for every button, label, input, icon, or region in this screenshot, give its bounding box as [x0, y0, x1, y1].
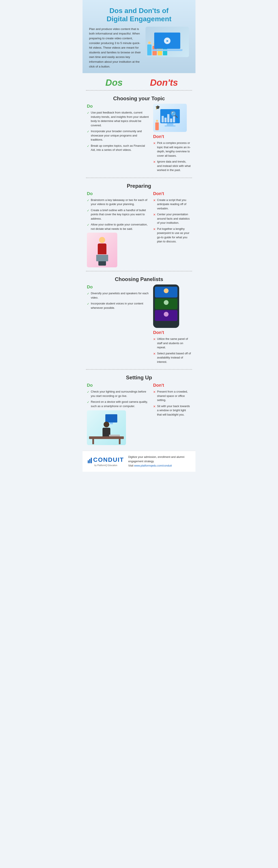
do-column-preparing: Do ✓ Brainstorm a key takeaway or two fo… — [87, 191, 150, 268]
footer-tagline: Digitize your admission, enrollment and … — [128, 456, 185, 463]
check-icon-prep-3: ✓ — [87, 223, 89, 227]
grad-icon: 🎓 — [155, 105, 160, 110]
x-icon-prep-1: ✕ — [153, 198, 156, 203]
section-title-preparing: Preparing — [83, 180, 195, 191]
phone-screen-2 — [155, 299, 177, 309]
check-icon-2: ✓ — [87, 129, 89, 134]
dos-label: Dos — [89, 78, 139, 88]
header-section: Dos and Don'ts of Digital Engagement Pla… — [83, 0, 195, 73]
do-column-topic: Do ✓ Use past feedback from students, cu… — [87, 104, 150, 174]
check-icon-prep-2: ✓ — [87, 208, 89, 213]
x-icon-setup-1: ✕ — [153, 390, 156, 394]
do-item-prep-3: ✓ Allow your outline to guide your conve… — [87, 222, 150, 231]
footer-logo-text: CONDUIT — [93, 456, 124, 463]
section-body-choosing-topic: Do ✓ Use past feedback from students, cu… — [83, 104, 195, 178]
do-item-topic-2: ✓ Incorporate your broader community and… — [87, 129, 150, 142]
section-preparing: Preparing Do ✓ Brainstorm a key takeaway… — [83, 178, 195, 272]
check-icon-prep-1: ✓ — [87, 198, 89, 203]
logo-bars-group: CONDUIT — [88, 456, 124, 463]
page: Dos and Don'ts of Digital Engagement Pla… — [83, 0, 195, 472]
donts-label: Don'ts — [139, 78, 189, 88]
dont-item-panel-1: ✕ Utilize the same panel of staff and st… — [153, 337, 191, 349]
dos-donts-labels: Dos Don'ts — [83, 73, 195, 90]
check-icon-setup-1: ✓ — [87, 390, 89, 394]
section-body-panelists: Do ✓ Diversify your panelists and speake… — [83, 284, 195, 369]
section-title-panelists: Choosing Panelists — [83, 274, 195, 284]
do-column-panelists: Do ✓ Diversify your panelists and speake… — [87, 284, 150, 366]
do-label-preparing: Do — [87, 191, 150, 196]
x-icon-topic-2: ✕ — [153, 160, 156, 164]
logo-bar-3 — [91, 458, 92, 463]
do-item-setup-2: ✓ Record on a device with good camera qu… — [87, 400, 150, 408]
section-setting-up: Setting Up Do ✓ Check your lighting and … — [83, 370, 195, 448]
check-icon-panel-2: ✓ — [87, 302, 89, 306]
footer-brand-sub: by PlatformQ Education — [94, 464, 117, 467]
dont-col-panelists: Don't ✕ Utilize the same panel of staff … — [153, 330, 191, 366]
section-title-choosing-topic: Choosing your Topic — [83, 93, 195, 104]
x-icon-topic-1: ✕ — [153, 141, 156, 146]
do-label-panelists: Do — [87, 284, 150, 289]
x-icon-prep-3: ✕ — [153, 227, 156, 231]
person-at-desk — [103, 422, 110, 436]
footer-logo-container: CONDUIT by PlatformQ Education — [88, 456, 124, 467]
phone-screen-3 — [155, 310, 177, 321]
prep-illustration-wrapper — [87, 232, 150, 267]
topic-illustration: 🔍 🎓 — [153, 104, 187, 132]
phone-illustration — [153, 284, 179, 328]
right-col-topic: 🔍 🎓 Don't ✕ Pick a complex proces — [153, 104, 191, 174]
do-item-prep-2: ✓ Create a brief outline with a handful … — [87, 208, 150, 221]
dont-item-topic-1: ✕ Pick a complex process or topic that w… — [153, 141, 191, 158]
do-item-panel-2: ✓ Incorporate student voices in your con… — [87, 302, 150, 310]
prep-illustration — [87, 232, 117, 267]
do-item-setup-1: ✓ Check your lighting and surroundings b… — [87, 390, 150, 398]
desk-monitor — [105, 414, 117, 423]
header-description: Plan and produce video content that is b… — [89, 27, 142, 69]
do-item-topic-3: ✓ Break up complex topics, such as Finan… — [87, 144, 150, 152]
check-icon-setup-2: ✓ — [87, 400, 89, 404]
footer-tagline-block: Digitize your admission, enrollment and … — [128, 455, 190, 468]
do-item-topic-1: ✓ Use past feedback from students, curre… — [87, 111, 150, 127]
check-icon-3: ✓ — [87, 144, 89, 148]
section-panelists: Choosing Panelists Do ✓ Diversify your p… — [83, 272, 195, 370]
page-title: Dos and Don'ts of Digital Engagement — [89, 6, 189, 23]
dont-label-preparing: Don't — [153, 191, 191, 196]
x-icon-setup-2: ✕ — [153, 404, 156, 409]
do-column-setting-up: Do ✓ Check your lighting and surrounding… — [87, 383, 150, 445]
dont-item-prep-3: ✕ Put together a lengthy powerpoint to u… — [153, 227, 191, 244]
section-body-preparing: Do ✓ Brainstorm a key takeaway or two fo… — [83, 191, 195, 271]
dont-item-panel-2: ✕ Select panelist based off of availabil… — [153, 351, 191, 364]
setup-illustration — [87, 410, 126, 445]
right-col-panelists: Don't ✕ Utilize the same panel of staff … — [153, 284, 191, 366]
magnify-icon: 🔍 — [170, 111, 178, 118]
figure-small-topic — [155, 122, 159, 130]
x-icon-panel-1: ✕ — [153, 337, 156, 342]
do-label-topic: Do — [87, 104, 150, 109]
phone-screen-1 — [155, 287, 177, 298]
section-choosing-topic: Choosing your Topic Do ✓ Use past feedba… — [83, 91, 195, 178]
logo-text-wrapper: CONDUIT — [93, 456, 124, 463]
dont-item-prep-1: ✕ Create a script that you anticipate re… — [153, 198, 191, 211]
dont-item-prep-2: ✕ Center your presentation around facts … — [153, 212, 191, 225]
header-image — [145, 27, 189, 57]
check-icon-1: ✓ — [87, 111, 89, 115]
do-item-panel-1: ✓ Diversify your panelists and speakers … — [87, 291, 150, 300]
footer-url[interactable]: www.platformqedu.com/conduit — [134, 464, 172, 467]
dont-label-topic: Don't — [153, 134, 191, 139]
footer-visit-text: Visit — [128, 464, 134, 467]
footer: CONDUIT by PlatformQ Education Digitize … — [83, 451, 195, 472]
dont-col-topic: Don't ✕ Pick a complex process or topic … — [153, 134, 191, 174]
dont-item-setup-2: ✕ Sit with your back towards a window or… — [153, 404, 191, 417]
dont-col-preparing: Don't ✕ Create a script that you anticip… — [153, 191, 191, 268]
do-label-setting-up: Do — [87, 383, 150, 388]
dont-item-setup-1: ✕ Present from a crowded, shared space o… — [153, 390, 191, 402]
person-sitting — [93, 237, 111, 263]
dont-item-topic-2: ✕ Ignore data and trends, and instead st… — [153, 159, 191, 172]
x-icon-prep-2: ✕ — [153, 212, 156, 217]
section-body-setting-up: Do ✓ Check your lighting and surrounding… — [83, 383, 195, 448]
dont-label-panelists: Don't — [153, 330, 191, 335]
logo-bar-1 — [88, 460, 89, 463]
check-icon-panel-1: ✓ — [87, 291, 89, 296]
x-icon-panel-2: ✕ — [153, 351, 156, 356]
do-item-prep-1: ✓ Brainstorm a key takeaway or two for e… — [87, 198, 150, 206]
keyboard — [109, 435, 120, 436]
